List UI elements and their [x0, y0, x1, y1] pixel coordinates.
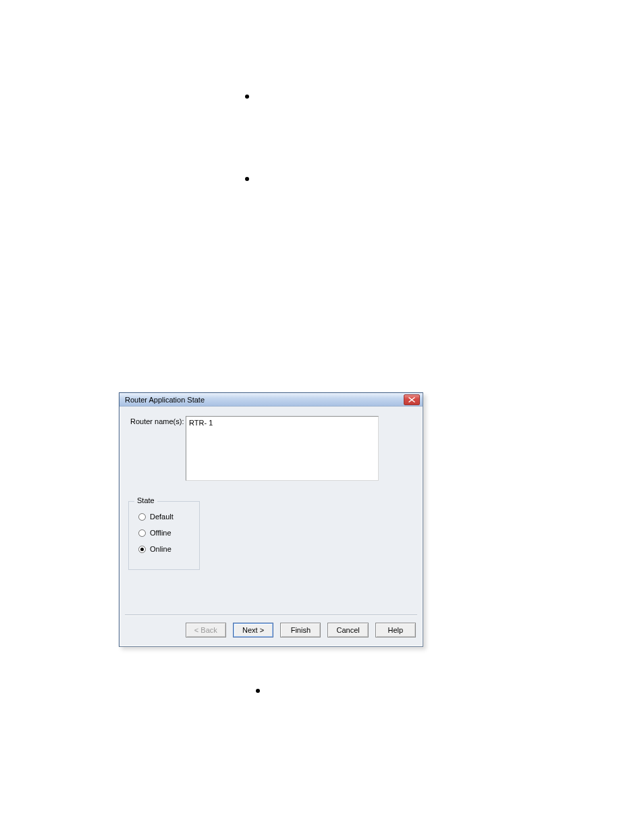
dialog-body: Router name(s): RTR- 1 State Default Off… — [119, 407, 423, 647]
button-label: Cancel — [336, 626, 359, 634]
close-icon — [408, 397, 415, 402]
dialog-button-bar: < Back Next > Finish Cancel Help — [119, 623, 423, 640]
help-button[interactable]: Help — [375, 623, 416, 637]
state-legend: State — [134, 496, 157, 504]
router-names-listbox[interactable]: RTR- 1 — [186, 416, 379, 481]
radio-label: Online — [150, 545, 171, 553]
page: Router Application State Router name(s):… — [0, 0, 644, 834]
dialog-titlebar[interactable]: Router Application State — [119, 393, 423, 407]
bullet-dot-icon — [245, 177, 249, 181]
button-label: Next > — [242, 626, 264, 634]
state-option-online[interactable]: Online — [138, 545, 199, 553]
radio-icon — [138, 546, 146, 553]
router-application-state-dialog: Router Application State Router name(s):… — [119, 392, 423, 647]
dialog-title: Router Application State — [125, 396, 404, 404]
back-button: < Back — [186, 623, 226, 637]
router-names-label: Router name(s): — [130, 416, 186, 481]
finish-button[interactable]: Finish — [280, 623, 321, 637]
radio-label: Default — [150, 513, 173, 521]
button-label: < Back — [194, 626, 217, 634]
cancel-button[interactable]: Cancel — [327, 623, 368, 637]
bullet-dot-icon — [245, 95, 249, 99]
bullet-dot-icon — [256, 689, 260, 693]
radio-icon — [138, 529, 146, 537]
state-option-default[interactable]: Default — [138, 513, 199, 521]
next-button[interactable]: Next > — [233, 623, 273, 637]
list-item[interactable]: RTR- 1 — [189, 418, 375, 427]
button-spacer — [126, 623, 179, 640]
radio-label: Offline — [150, 529, 171, 537]
router-names-row: Router name(s): RTR- 1 — [130, 416, 412, 481]
radio-icon — [138, 513, 146, 521]
button-label: Help — [388, 626, 404, 634]
window-close-button[interactable] — [404, 394, 420, 405]
dialog-divider — [125, 615, 417, 616]
state-groupbox: State Default Offline Online — [128, 501, 200, 570]
state-option-offline[interactable]: Offline — [138, 529, 199, 537]
button-label: Finish — [291, 626, 311, 634]
